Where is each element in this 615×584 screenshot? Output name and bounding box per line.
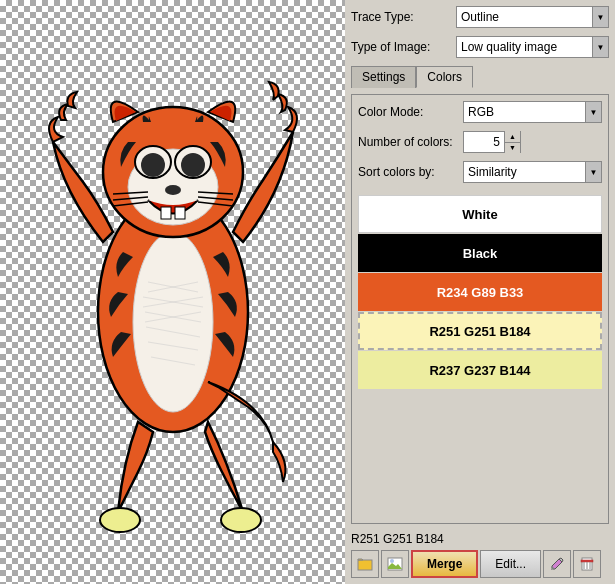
color-mode-value: RGB — [464, 103, 583, 121]
svg-rect-9 — [161, 207, 171, 219]
swatch-orange[interactable]: R234 G89 B33 — [358, 273, 602, 311]
delete-icon-btn[interactable] — [573, 550, 601, 578]
swatch-white[interactable]: White — [358, 195, 602, 233]
svg-point-18 — [221, 508, 261, 532]
swatch-black-label: Black — [463, 246, 498, 261]
swatch-yellow2-label: R237 G237 B144 — [429, 363, 530, 378]
pipette-icon-btn[interactable] — [543, 550, 571, 578]
type-of-image-row: Type of Image: Low quality image ▼ — [351, 36, 609, 58]
swatch-white-label: White — [462, 207, 497, 222]
sort-colors-arrow[interactable]: ▼ — [585, 162, 601, 182]
svg-rect-10 — [175, 207, 185, 219]
num-colors-input-wrapper[interactable]: 5 ▲ ▼ — [463, 131, 521, 153]
image-icon-btn[interactable] — [381, 550, 409, 578]
folder-icon-btn[interactable] — [351, 550, 379, 578]
type-of-image-dropdown[interactable]: Low quality image ▼ — [456, 36, 609, 58]
trace-type-arrow[interactable]: ▼ — [592, 7, 608, 27]
color-swatches: White Black R234 G89 B33 R251 G251 B184 … — [358, 195, 602, 389]
svg-point-17 — [100, 508, 140, 532]
trace-type-label: Trace Type: — [351, 10, 456, 24]
swatch-black[interactable]: Black — [358, 234, 602, 272]
sort-colors-row: Sort colors by: Similarity ▼ — [358, 161, 602, 183]
merge-button[interactable]: Merge — [411, 550, 478, 578]
num-colors-down[interactable]: ▼ — [505, 143, 520, 154]
bottom-area: R251 G251 B184 Merge Edit... — [351, 532, 609, 578]
sort-colors-label: Sort colors by: — [358, 165, 463, 179]
svg-rect-32 — [581, 560, 593, 562]
svg-point-8 — [165, 185, 181, 195]
svg-point-7 — [181, 153, 205, 177]
right-panel: Trace Type: Outline ▼ Type of Image: Low… — [345, 0, 615, 584]
color-mode-label: Color Mode: — [358, 105, 463, 119]
status-text: R251 G251 B184 — [351, 532, 609, 546]
svg-rect-28 — [358, 560, 372, 570]
colors-panel: Color Mode: RGB ▼ Number of colors: 5 ▲ … — [351, 94, 609, 524]
tab-settings[interactable]: Settings — [351, 66, 416, 88]
swatch-yellow1-label: R251 G251 B184 — [429, 324, 530, 339]
image-panel — [0, 0, 345, 584]
num-colors-up[interactable]: ▲ — [505, 131, 520, 143]
tabs-row: Settings Colors — [351, 66, 609, 88]
color-mode-dropdown[interactable]: RGB ▼ — [463, 101, 602, 123]
type-of-image-arrow[interactable]: ▼ — [592, 37, 608, 57]
swatch-yellow2[interactable]: R237 G237 B144 — [358, 351, 602, 389]
num-colors-label: Number of colors: — [358, 135, 463, 149]
num-colors-input[interactable]: 5 — [464, 133, 504, 151]
tab-colors[interactable]: Colors — [416, 66, 473, 88]
edit-button[interactable]: Edit... — [480, 550, 541, 578]
sort-colors-dropdown[interactable]: Similarity ▼ — [463, 161, 602, 183]
type-of-image-label: Type of Image: — [351, 40, 456, 54]
type-of-image-value: Low quality image — [457, 38, 590, 56]
num-colors-spinner[interactable]: ▲ ▼ — [504, 131, 520, 153]
color-mode-row: Color Mode: RGB ▼ — [358, 101, 602, 123]
color-mode-arrow[interactable]: ▼ — [585, 102, 601, 122]
svg-point-30 — [390, 559, 394, 563]
toolbar-row: Merge Edit... — [351, 550, 609, 578]
sort-colors-value: Similarity — [464, 163, 583, 181]
num-colors-row: Number of colors: 5 ▲ ▼ — [358, 131, 602, 153]
swatch-orange-label: R234 G89 B33 — [437, 285, 524, 300]
svg-point-6 — [141, 153, 165, 177]
trace-type-dropdown[interactable]: Outline ▼ — [456, 6, 609, 28]
trace-type-row: Trace Type: Outline ▼ — [351, 6, 609, 28]
swatch-yellow1[interactable]: R251 G251 B184 — [358, 312, 602, 350]
trace-type-value: Outline — [457, 8, 590, 26]
